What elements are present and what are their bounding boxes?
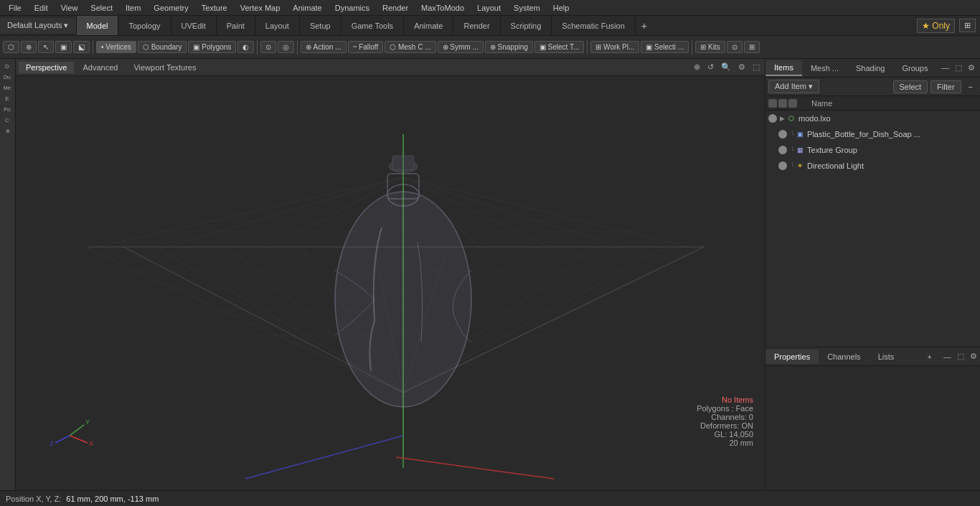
- panel-tab-shading[interactable]: Shading: [847, 61, 893, 75]
- row-icons-light: [778, 161, 787, 170]
- menu-render[interactable]: Render: [377, 2, 414, 14]
- vp-ctrl-settings[interactable]: ⚙: [736, 62, 748, 72]
- panel-tab-mesh[interactable]: Mesh ...: [802, 61, 847, 75]
- kits-button[interactable]: ⊞ Kits: [695, 41, 725, 53]
- tab-topology[interactable]: Topology: [118, 16, 171, 35]
- menu-dynamics[interactable]: Dynamics: [329, 2, 375, 14]
- falloff-button[interactable]: ~ Falloff: [348, 41, 384, 53]
- vp-tab-textures[interactable]: Viewport Textures: [126, 62, 203, 73]
- col-icon-2[interactable]: [778, 99, 787, 108]
- menu-geometry[interactable]: Geometry: [148, 2, 194, 14]
- tab-game-tools[interactable]: Game Tools: [341, 16, 405, 35]
- tab-scripting[interactable]: Scripting: [501, 16, 552, 35]
- col-icon-3[interactable]: [788, 99, 797, 108]
- menu-vertex-map[interactable]: Vertex Map: [235, 2, 286, 14]
- tool-select-rect[interactable]: ▣: [55, 41, 72, 53]
- layout-btn[interactable]: ⊞: [744, 41, 760, 53]
- mesh-c-button[interactable]: ⬡ Mesh C ...: [385, 41, 435, 53]
- circle2-btn[interactable]: ◎: [278, 41, 294, 53]
- snapping-button[interactable]: ⊕ Snapping: [485, 41, 533, 53]
- orb-button[interactable]: ⊙: [727, 41, 743, 53]
- sidebar-btn-1[interactable]: D:: [1, 62, 14, 72]
- vp-ctrl-crosshair[interactable]: ⊕: [692, 62, 702, 72]
- selecti-button[interactable]: ▣ Selecti ...: [641, 41, 689, 53]
- tool-mesh-icon[interactable]: ⬡: [3, 41, 19, 53]
- tab-layout[interactable]: Layout: [255, 16, 300, 35]
- sidebar-btn-2[interactable]: Du:: [1, 72, 14, 83]
- tool-transform[interactable]: ⬕: [73, 41, 90, 53]
- col-icon-1[interactable]: [768, 99, 777, 108]
- component-button[interactable]: ◐: [237, 41, 254, 53]
- minus-button[interactable]: −: [964, 81, 977, 93]
- tab-uvedit[interactable]: UVEdit: [171, 16, 217, 35]
- action-button[interactable]: ⊕ Action ...: [301, 41, 346, 53]
- prop-ctrl-minimize[interactable]: —: [941, 352, 954, 361]
- items-list[interactable]: ▶ ⬡ modo.lxo └ ▣ Plastic_Bottle_for_Dish…: [765, 111, 980, 347]
- tab-animate[interactable]: Animate: [404, 16, 453, 35]
- filter-button[interactable]: Filter: [930, 80, 961, 93]
- layout-expand-button[interactable]: ⊞: [959, 19, 976, 32]
- menu-edit[interactable]: Edit: [29, 2, 54, 14]
- vp-ctrl-expand[interactable]: ⬚: [750, 62, 762, 72]
- panel-tab-groups[interactable]: Groups: [893, 61, 936, 75]
- symm-button[interactable]: ⊕ Symm ...: [438, 41, 484, 53]
- prop-tab-add[interactable]: +: [919, 350, 941, 364]
- work-pl-button[interactable]: ⊞ Work Pl...: [590, 41, 639, 53]
- tool-cursor[interactable]: ↖: [38, 41, 54, 53]
- vp-tab-perspective[interactable]: Perspective: [19, 62, 74, 73]
- sidebar-btn-6[interactable]: C:: [1, 116, 14, 126]
- vertices-button[interactable]: • Vertices: [96, 41, 136, 53]
- layout-selector[interactable]: Default Layouts ▾: [0, 18, 77, 33]
- boundary-button[interactable]: ⬡ Boundary: [138, 41, 187, 53]
- panel-ctrl-minimize[interactable]: —: [939, 63, 951, 72]
- prop-ctrl-expand[interactable]: ⬚: [954, 352, 967, 361]
- panel-tab-items[interactable]: Items: [765, 60, 802, 76]
- menu-view[interactable]: View: [55, 2, 84, 14]
- viewport-canvas[interactable]: Y X Z No Items Polygons : Face Channels:…: [16, 76, 765, 490]
- tab-render[interactable]: Render: [453, 16, 500, 35]
- sidebar-btn-7[interactable]: ⊕: [1, 126, 14, 136]
- eye-btn-bottle[interactable]: [778, 130, 787, 139]
- expand-arrow-modo[interactable]: ▶: [780, 115, 785, 122]
- item-row-plastic-bottle[interactable]: └ ▣ Plastic_Bottle_for_Dish_Soap ...: [765, 126, 980, 142]
- polygons-button[interactable]: ▣ Polygons: [188, 41, 236, 53]
- menu-texture[interactable]: Texture: [196, 2, 233, 14]
- vp-ctrl-zoom[interactable]: 🔍: [719, 62, 733, 72]
- prop-ctrl-settings[interactable]: ⚙: [967, 352, 980, 361]
- sidebar-btn-5[interactable]: Po:: [1, 105, 14, 115]
- tool-add[interactable]: ⊕: [21, 41, 37, 53]
- select-button[interactable]: Select: [893, 80, 928, 93]
- star-only-button[interactable]: ★ Only: [917, 19, 955, 33]
- prop-tab-lists[interactable]: Lists: [870, 350, 903, 364]
- eye-btn-modo[interactable]: [768, 114, 777, 123]
- circle1-btn[interactable]: ⊙: [260, 41, 276, 53]
- vp-ctrl-refresh[interactable]: ↺: [705, 62, 716, 72]
- item-row-texture-group[interactable]: └ ▦ Texture Group: [765, 142, 980, 158]
- menu-layout[interactable]: Layout: [471, 2, 507, 14]
- prop-tab-properties[interactable]: Properties: [765, 350, 819, 364]
- select-t-button[interactable]: ▣ Select T...: [534, 41, 585, 53]
- menu-help[interactable]: Help: [547, 2, 575, 14]
- eye-btn-light[interactable]: [778, 161, 787, 170]
- tab-paint[interactable]: Paint: [217, 16, 255, 35]
- menu-animate[interactable]: Animate: [287, 2, 327, 14]
- eye-btn-texture[interactable]: [778, 146, 787, 154]
- menu-file[interactable]: File: [3, 2, 27, 14]
- tab-add[interactable]: +: [636, 17, 653, 34]
- add-item-button[interactable]: Add Item ▾: [768, 80, 819, 93]
- item-row-directional-light[interactable]: └ ☀ Directional Light: [765, 158, 980, 174]
- menu-maxtomodo[interactable]: MaxToModo: [415, 2, 470, 14]
- sidebar-btn-3[interactable]: Me:: [1, 83, 14, 93]
- tab-schematic-fusion[interactable]: Schematic Fusion: [552, 16, 635, 35]
- menu-item[interactable]: Item: [120, 2, 146, 14]
- menu-select[interactable]: Select: [85, 2, 118, 14]
- menu-system[interactable]: System: [508, 2, 546, 14]
- item-row-modo-lxo[interactable]: ▶ ⬡ modo.lxo: [765, 111, 980, 126]
- sidebar-btn-4[interactable]: E:: [1, 94, 14, 104]
- tab-model[interactable]: Model: [77, 16, 119, 35]
- tab-setup[interactable]: Setup: [300, 16, 341, 35]
- panel-ctrl-settings[interactable]: ⚙: [966, 63, 977, 72]
- prop-tab-channels[interactable]: Channels: [819, 350, 869, 364]
- panel-ctrl-expand[interactable]: ⬚: [953, 63, 964, 72]
- vp-tab-advanced[interactable]: Advanced: [75, 62, 125, 73]
